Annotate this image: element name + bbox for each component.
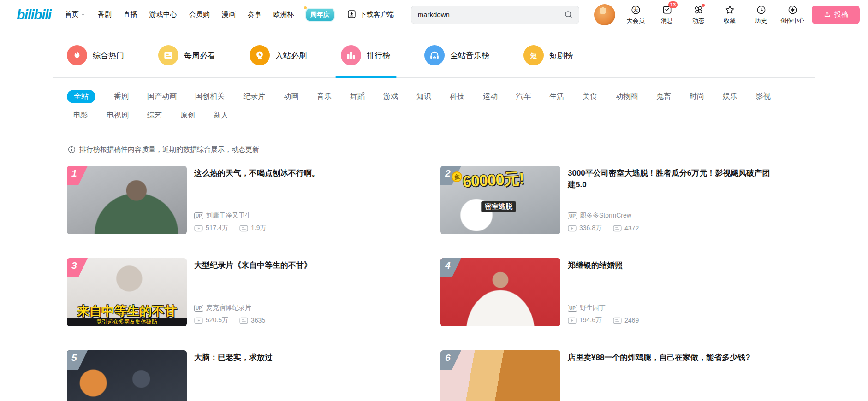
category-tab[interactable]: 电视剧 xyxy=(107,111,129,120)
category-tab[interactable]: 运动 xyxy=(483,92,498,101)
uploader-link[interactable]: UP 飓多多StormCrew xyxy=(568,212,778,220)
bilibili-logo[interactable]: bilibili xyxy=(17,7,51,23)
nav-item-euro-cup[interactable]: 欧洲杯 xyxy=(273,10,294,19)
rank-tab-short-drama[interactable]: 短 短剧榜 xyxy=(523,45,573,65)
download-label: 下载客户端 xyxy=(360,10,394,19)
category-tab[interactable]: 纪录片 xyxy=(243,92,265,101)
anniversary-promo-badge[interactable]: 周年庆 xyxy=(306,9,334,21)
video-title[interactable]: 3000平公司密室大逃脱！胜者瓜分6万元！影视飓风破产团建5.0 xyxy=(568,168,778,190)
search-icon[interactable] xyxy=(564,10,573,19)
up-badge-icon: UP xyxy=(194,212,203,219)
video-card: 2 金60000元!密室逃脱 3000平公司密室大逃脱！胜者瓜分6万元！影视飓风… xyxy=(440,166,814,234)
upload-button[interactable]: 投稿 xyxy=(812,6,860,24)
video-thumbnail[interactable]: 4 xyxy=(440,258,560,326)
rank-tab-calendar[interactable]: 每周必看 xyxy=(158,45,215,65)
short-drama-icon: 短 xyxy=(523,45,544,65)
vip-icon: 大 xyxy=(630,5,641,15)
rank-tab-music[interactable]: 全站音乐榜 xyxy=(424,45,489,65)
video-thumbnail[interactable]: 3 来自中等生的不甘竟引起众多网友集体破防 xyxy=(67,258,187,326)
danmaku-count: 2469 xyxy=(613,317,639,324)
thumbnail-overlay-text: 60000元! xyxy=(462,168,524,193)
rank-tabs: 综合热门 每周必看 入站必刷 排行榜 全站音乐榜 短 短剧榜 xyxy=(53,29,815,78)
nav-item-game-center[interactable]: 游戏中心 xyxy=(149,10,177,19)
category-tab[interactable]: 影视 xyxy=(756,92,771,101)
category-tabs-row2: 电影电视剧综艺原创新人 xyxy=(53,111,815,120)
nav-item-manga[interactable]: 漫画 xyxy=(222,10,236,19)
category-tab[interactable]: 国创相关 xyxy=(195,92,225,101)
video-title[interactable]: 大脑：已老实，求放过 xyxy=(194,352,404,364)
video-thumbnail[interactable]: 2 金60000元!密室逃脱 xyxy=(440,166,560,234)
entry-messages[interactable]: 消息 13 xyxy=(653,5,681,25)
category-tab[interactable]: 生活 xyxy=(549,92,564,101)
up-badge-icon: UP xyxy=(194,305,203,312)
avatar[interactable] xyxy=(594,4,615,25)
download-icon xyxy=(347,9,357,20)
category-tab[interactable]: 知识 xyxy=(416,92,431,101)
rank-badge: 6 xyxy=(440,350,461,370)
category-tabs-row1: 全站番剧国产动画国创相关纪录片动画音乐舞蹈游戏知识科技运动汽车生活美食动物圈鬼畜… xyxy=(53,90,815,103)
download-client-link[interactable]: 下载客户端 xyxy=(347,9,394,20)
play-icon xyxy=(568,225,577,232)
category-tab[interactable]: 时尚 xyxy=(690,92,704,101)
video-title[interactable]: 郑继银的结婚照 xyxy=(568,260,778,271)
rank-tab-flame[interactable]: 综合热门 xyxy=(67,45,124,65)
flame-icon xyxy=(67,45,87,65)
notification-dot xyxy=(702,4,705,7)
category-tab[interactable]: 全站 xyxy=(67,90,95,103)
nav-item-bangumi[interactable]: 番剧 xyxy=(98,10,112,19)
category-tab[interactable]: 科技 xyxy=(450,92,464,101)
video-thumbnail[interactable]: 6 xyxy=(440,350,560,401)
play-icon xyxy=(194,225,203,232)
rank-badge: 1 xyxy=(67,166,88,185)
category-tab[interactable]: 游戏 xyxy=(383,92,398,101)
category-tab[interactable]: 娱乐 xyxy=(723,92,737,101)
entry-dynamics[interactable]: 动态 xyxy=(684,5,712,25)
upload-label: 投稿 xyxy=(834,10,848,19)
category-tab[interactable]: 国产动画 xyxy=(147,92,177,101)
rank-badge: 3 xyxy=(67,258,88,277)
category-tab[interactable]: 美食 xyxy=(583,92,597,101)
uploader-link[interactable]: UP 野生园丁_ xyxy=(568,304,778,312)
entry-vip[interactable]: 大 大会员 xyxy=(622,5,649,25)
rank-notice: 排行榜根据稿件内容质量，近期的数据综合展示，动态更新 xyxy=(53,145,815,154)
search-box xyxy=(411,6,579,24)
category-tab[interactable]: 动画 xyxy=(284,92,298,101)
nav-item-vip-shop[interactable]: 会员购 xyxy=(189,10,210,19)
up-badge-icon: UP xyxy=(568,305,577,312)
video-title[interactable]: 店里卖¥88一个的炸鸡腿，自己在家做，能省多少钱? xyxy=(568,352,778,364)
video-title[interactable]: 这么热的天气，不喝点刨冰不行啊。 xyxy=(194,168,404,179)
category-tab[interactable]: 音乐 xyxy=(317,92,332,101)
user-area: 大 大会员 消息 13 动态 收藏 历史 创作中心 投稿 xyxy=(594,4,860,25)
category-tab[interactable]: 舞蹈 xyxy=(350,92,365,101)
rank-badge: 4 xyxy=(440,258,461,277)
rank-page: 综合热门 每周必看 入站必刷 排行榜 全站音乐榜 短 短剧榜 全站番剧国产动画国… xyxy=(0,29,868,401)
category-tab[interactable]: 动物圈 xyxy=(616,92,638,101)
uploader-link[interactable]: UP 麦克宿傩纪录片 xyxy=(194,304,404,312)
category-tab[interactable]: 汽车 xyxy=(516,92,531,101)
rank-tab-chart[interactable]: 排行榜 xyxy=(341,45,390,65)
nav-item-home[interactable]: 首页 xyxy=(65,10,86,19)
nav-item-esports[interactable]: 赛事 xyxy=(248,10,262,19)
music-icon xyxy=(424,45,445,65)
entry-creator-center[interactable]: 创作中心 xyxy=(779,5,806,25)
history-icon xyxy=(756,5,767,15)
entry-favorites[interactable]: 收藏 xyxy=(716,5,743,25)
category-tab[interactable]: 番剧 xyxy=(114,92,129,101)
play-icon xyxy=(194,317,203,324)
category-tab[interactable]: 原创 xyxy=(180,111,195,120)
category-tab[interactable]: 综艺 xyxy=(147,111,162,120)
category-tab[interactable]: 新人 xyxy=(214,111,228,120)
search-input[interactable] xyxy=(417,10,564,19)
category-tab[interactable]: 鬼畜 xyxy=(656,92,671,101)
danmaku-icon xyxy=(239,225,248,232)
top-bar: bilibili 首页 番剧 直播 游戏中心 会员购 漫画 赛事 欧洲杯 周年庆… xyxy=(0,0,868,29)
play-icon xyxy=(568,317,577,324)
nav-item-live[interactable]: 直播 xyxy=(124,10,137,19)
category-tab[interactable]: 电影 xyxy=(73,111,88,120)
video-title[interactable]: 大型纪录片《来自中等生的不甘》 xyxy=(194,260,404,271)
video-thumbnail[interactable]: 5 xyxy=(67,350,187,401)
rank-tab-medal[interactable]: 入站必刷 xyxy=(250,45,307,65)
uploader-link[interactable]: UP 刘庸干净又卫生 xyxy=(194,212,404,220)
video-thumbnail[interactable]: 1 xyxy=(67,166,187,234)
entry-history[interactable]: 历史 xyxy=(747,5,775,25)
